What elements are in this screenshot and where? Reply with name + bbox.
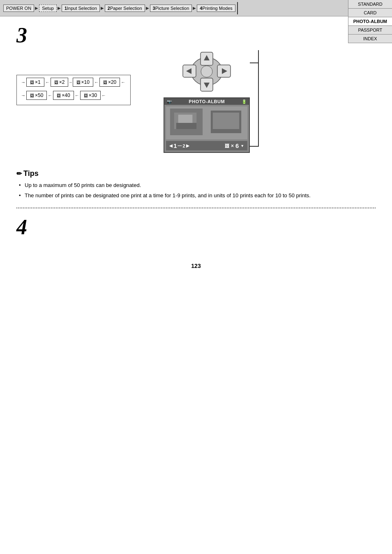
print-icon-5: 🖼 — [30, 93, 34, 98]
dpad-svg — [182, 50, 231, 93]
arrow-4: ← — [121, 80, 125, 85]
lcd-page-current: 1 — [173, 142, 177, 149]
arrow-7: ← — [101, 93, 106, 98]
lcd-page-indicator: ◀ 1 — 2 ▶ — [169, 142, 189, 149]
diagram-area: → 🖼×1 ← 🖼×2 ··· 🖼×10 ← 🖼×20 — [16, 50, 376, 153]
main-content: 3 → 🖼×1 ← 🖼×2 ··· 🖼×10 — [0, 16, 392, 246]
tips-title-text: Tips — [23, 169, 39, 178]
flow-box-4: 🖼×20 — [99, 78, 120, 87]
arrow-3: ← — [94, 80, 99, 85]
horiz-line-bottom — [250, 146, 259, 147]
step4-nav-label: 4Printing Modes — [197, 5, 235, 12]
print-icon-1: 🖼 — [30, 80, 34, 85]
lcd-prev-arrow: ◀ — [169, 143, 173, 148]
dotted-separator — [16, 208, 376, 208]
dpad-wrapper — [164, 50, 250, 93]
device-section: 📷 PHOTO-ALBUM 🔋 — [164, 50, 250, 153]
step3-nav-label: 3Picture Selection — [150, 5, 192, 12]
arrow-start-2: → — [21, 93, 25, 98]
power-on-label: POWER ON — [3, 5, 34, 12]
lcd-photo-area — [166, 106, 247, 139]
flow-box-7: 🖼×30 — [80, 91, 101, 100]
nav-step1: 1Input Selection ▶ — [62, 5, 105, 12]
nav-arrow-3: ▶ — [101, 6, 104, 10]
lcd-camera-icon: 📷 — [167, 99, 172, 104]
vertical-line — [258, 50, 259, 147]
tips-item-1: Up to a maximum of 50 prints can be desi… — [25, 181, 376, 189]
flow-box-1: 🖼×1 — [26, 78, 44, 87]
arrow-6: ← — [75, 93, 79, 98]
arrow-dashed: ··· — [69, 80, 71, 85]
lcd-count-arrow: ▼ — [240, 144, 244, 148]
lcd-next-arrow: ▶ — [186, 143, 189, 148]
lcd-page-separator: — — [178, 143, 182, 148]
print-icon-4: 🖼 — [103, 80, 107, 85]
tab-standard[interactable]: STANDARD — [348, 0, 392, 9]
counter-flow-diagram: → 🖼×1 ← 🖼×2 ··· 🖼×10 ← 🖼×20 — [16, 75, 131, 105]
flow-row-1: → 🖼×1 ← 🖼×2 ··· 🖼×10 ← 🖼×20 — [21, 78, 126, 87]
lcd-count-value: 6 — [235, 142, 239, 149]
flow-wrapper: → 🖼×1 ← 🖼×2 ··· 🖼×10 ← 🖼×20 — [16, 75, 131, 105]
lcd-screen: 📷 PHOTO-ALBUM 🔋 — [164, 97, 250, 153]
arrow-2: ← — [45, 80, 50, 85]
svg-point-9 — [201, 66, 212, 77]
nav-arrow-4: ▶ — [146, 6, 149, 10]
setup-label: Setup — [39, 5, 57, 12]
lcd-print-icon: 🖼 — [225, 143, 229, 148]
tips-item-2: The number of prints can be designated o… — [25, 192, 376, 200]
page-number: 123 — [0, 263, 392, 277]
arrow-5: ← — [48, 93, 52, 98]
lcd-page-total: 2 — [183, 143, 185, 148]
nav-step2: 2Paper Selection ▶ — [105, 5, 150, 12]
tips-title: ✏ Tips — [16, 169, 376, 178]
print-icon-7: 🖼 — [84, 93, 88, 98]
print-icon-6: 🖼 — [57, 93, 61, 98]
step3-number: 3 — [16, 25, 376, 46]
tips-list: Up to a maximum of 50 prints can be desi… — [16, 181, 376, 199]
flow-row-2: → 🖼×50 ← 🖼×40 ← 🖼×30 ← — [21, 91, 126, 100]
nav-setup: Setup ▶ — [39, 5, 62, 12]
flow-box-5: 🖼×50 — [26, 91, 47, 100]
lcd-photo-svg — [166, 106, 247, 139]
nav-arrow-5: ▶ — [193, 6, 196, 10]
step2-label: 2Paper Selection — [105, 5, 145, 12]
nav-power-on: POWER ON ▶ — [3, 5, 39, 12]
lcd-title: PHOTO-ALBUM — [189, 99, 225, 104]
flow-box-6: 🖼×40 — [53, 91, 74, 100]
step4-number: 4 — [16, 217, 376, 238]
step1-label: 1Input Selection — [62, 5, 100, 12]
tips-section: ✏ Tips Up to a maximum of 50 prints can … — [16, 165, 376, 199]
nav-arrow-2: ▶ — [58, 6, 61, 10]
tips-pencil-icon: ✏ — [16, 170, 22, 178]
nav-arrow-1: ▶ — [35, 6, 38, 10]
nav-step3: 3Picture Selection ▶ — [150, 5, 197, 12]
top-navigation: POWER ON ▶ Setup ▶ 1Input Selection ▶ 2P… — [0, 0, 392, 16]
arrow-start-1: → — [21, 80, 25, 85]
tab-card[interactable]: CARD — [348, 9, 392, 17]
svg-rect-16 — [213, 113, 239, 129]
print-icon-3: 🖼 — [76, 80, 81, 85]
horiz-line-top — [250, 62, 259, 63]
lcd-battery-icon: 🔋 — [242, 99, 247, 104]
svg-rect-14 — [176, 123, 197, 129]
lcd-print-count: 🖼 × 6 ▼ — [225, 142, 244, 149]
nav-step4: 4Printing Modes — [197, 2, 238, 14]
lcd-count-x: × — [231, 143, 234, 149]
print-icon-2: 🖼 — [54, 80, 58, 85]
flow-box-3: 🖼×10 — [73, 78, 93, 87]
lcd-bottom-bar: ◀ 1 — 2 ▶ 🖼 × 6 ▼ — [166, 141, 247, 150]
lcd-top-bar: 📷 PHOTO-ALBUM 🔋 — [164, 98, 249, 105]
flow-box-2: 🖼×2 — [51, 78, 69, 87]
